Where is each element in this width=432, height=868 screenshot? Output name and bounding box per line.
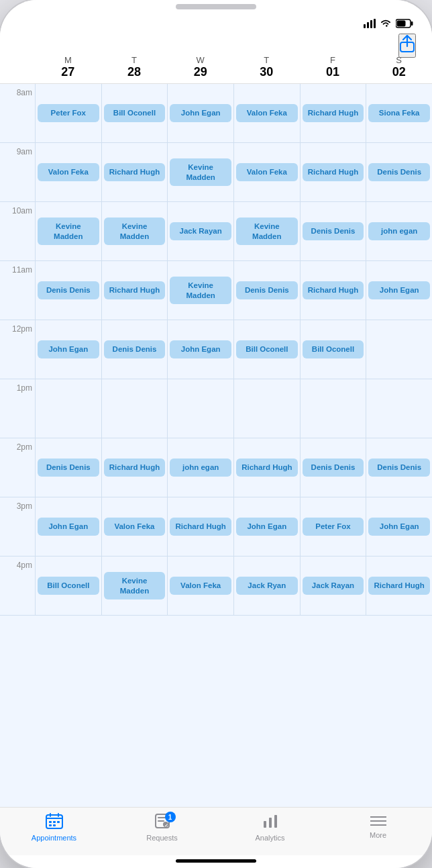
cal-cell[interactable]: Peter Fox [35,84,101,142]
cal-event[interactable]: John Egan [170,340,231,358]
cal-event[interactable]: Denis Denis [38,281,99,299]
cal-event[interactable]: Richard Hugh [368,577,430,595]
cal-cell[interactable]: Richard Hugh [233,438,300,497]
cal-event[interactable]: John Egan [368,518,430,536]
cal-event[interactable]: Bill Oconell [38,577,99,595]
cal-event[interactable]: Kevine Madden [170,158,231,187]
cal-cell[interactable]: Jack Ryan [233,557,300,615]
cal-event[interactable]: john egan [170,459,231,477]
cal-event[interactable]: Richard Hugh [104,459,166,477]
cal-cell[interactable]: Kevine Madden [101,557,168,615]
cal-cell[interactable]: Denis Denis [35,261,101,320]
cal-cell[interactable]: Richard Hugh [300,84,366,142]
cal-cell[interactable]: Richard Hugh [167,497,233,556]
cal-event[interactable]: Denis Denis [236,281,298,299]
cal-cell[interactable]: John Egan [233,497,300,556]
cal-event[interactable]: Jack Ryan [236,577,298,595]
cal-cell[interactable]: Denis Denis [101,320,168,379]
cal-cell[interactable]: Denis Denis [233,261,300,320]
cal-event[interactable]: Richard Hugh [104,281,166,299]
cal-event[interactable]: Kevine Madden [236,218,298,246]
cal-cell[interactable]: John Egan [35,497,101,556]
cal-cell[interactable]: Bill Oconell [233,320,300,379]
cal-cell[interactable]: john egan [366,202,432,260]
cal-event[interactable]: Richard Hugh [303,104,364,122]
cal-event[interactable]: Siona Feka [368,104,430,122]
cal-event[interactable]: Valon Feka [104,518,166,536]
cal-cell[interactable]: Richard Hugh [300,261,366,320]
cal-event[interactable]: Valon Feka [236,163,298,181]
cal-cell[interactable]: Valon Feka [167,557,233,615]
cal-cell[interactable]: John Egan [35,320,101,379]
cal-cell[interactable]: Valon Feka [35,143,101,201]
cal-cell[interactable]: John Egan [366,497,432,556]
cal-event[interactable]: Denis Denis [104,340,166,358]
share-button[interactable] [398,34,416,58]
cal-cell[interactable]: Richard Hugh [366,557,432,615]
cal-cell[interactable]: Denis Denis [300,202,366,260]
cal-event[interactable]: John Egan [170,104,231,122]
cal-event[interactable]: Richard Hugh [236,459,298,477]
cal-cell[interactable]: John Egan [167,320,233,379]
cal-event[interactable]: Bill Oconell [236,340,298,358]
cal-cell[interactable]: Valon Feka [101,497,168,556]
cal-event[interactable]: Valon Feka [170,577,231,595]
cal-cell[interactable]: Bill Oconell [300,320,366,379]
cal-event[interactable]: Denis Denis [368,163,430,181]
cal-cell[interactable]: Denis Denis [300,438,366,497]
tab-item-requests[interactable]: ✓1Requests [108,813,216,842]
cal-event[interactable]: Peter Fox [303,518,364,536]
cal-event[interactable]: Denis Denis [38,459,99,477]
cal-event[interactable]: Kevine Madden [170,277,231,305]
cal-cell[interactable]: Jack Rayan [167,202,233,260]
cal-event[interactable]: Valon Feka [236,104,298,122]
tab-item-analytics[interactable]: Analytics [216,813,324,842]
cal-cell[interactable]: Denis Denis [35,438,101,497]
cal-event[interactable]: Valon Feka [38,163,99,181]
cal-event[interactable]: Bill Oconell [303,340,364,358]
cal-cell[interactable]: Valon Feka [233,84,300,142]
cal-cell[interactable]: Peter Fox [300,497,366,556]
cal-event[interactable]: John Egan [236,518,298,536]
cal-cell[interactable]: Bill Oconell [101,84,168,142]
cal-event[interactable]: Denis Denis [368,459,430,477]
cal-event[interactable]: Richard Hugh [303,163,364,181]
cal-cell[interactable]: Richard Hugh [101,261,168,320]
cal-event[interactable]: Peter Fox [38,104,99,122]
cal-cell[interactable]: Kevine Madden [35,202,101,260]
cal-cell[interactable]: Kevine Madden [233,202,300,260]
cal-event[interactable]: john egan [368,222,430,240]
cal-event[interactable]: Richard Hugh [170,518,231,536]
cal-event[interactable]: Kevine Madden [38,218,99,246]
cal-event[interactable]: Kevine Madden [104,572,166,600]
tab-item-appointments[interactable]: Appointments [0,813,108,842]
cal-cell[interactable]: Denis Denis [366,143,432,201]
cal-cell[interactable]: Jack Rayan [300,557,366,615]
cal-event[interactable]: Jack Rayan [303,577,364,595]
cal-cell[interactable]: john egan [167,438,233,497]
cal-cell[interactable]: Richard Hugh [101,143,168,201]
cal-cell[interactable]: John Egan [366,261,432,320]
cal-cell[interactable]: Bill Oconell [35,557,101,615]
cal-cell[interactable]: Kevine Madden [167,261,233,320]
cal-event[interactable]: Richard Hugh [104,163,166,181]
cal-cell[interactable]: Denis Denis [366,438,432,497]
cal-event[interactable]: Bill Oconell [104,104,166,122]
cal-cell[interactable]: Siona Feka [366,84,432,142]
cal-event[interactable]: John Egan [38,518,99,536]
svg-rect-24 [274,815,277,828]
cal-event[interactable]: Jack Rayan [170,222,231,240]
cal-event[interactable]: Richard Hugh [303,281,364,299]
tab-item-more[interactable]: More [324,813,432,842]
cal-cell[interactable]: John Egan [167,84,233,142]
cal-cell[interactable]: Richard Hugh [101,438,168,497]
cal-event[interactable]: Kevine Madden [104,218,166,246]
cal-cell[interactable]: Richard Hugh [300,143,366,201]
cal-event[interactable]: John Egan [368,281,430,299]
cal-event[interactable]: Denis Denis [303,222,364,240]
cal-event[interactable]: Denis Denis [303,459,364,477]
cal-event[interactable]: John Egan [38,340,99,358]
cal-cell[interactable]: Kevine Madden [167,143,233,201]
cal-cell[interactable]: Valon Feka [233,143,300,201]
cal-cell[interactable]: Kevine Madden [101,202,168,260]
